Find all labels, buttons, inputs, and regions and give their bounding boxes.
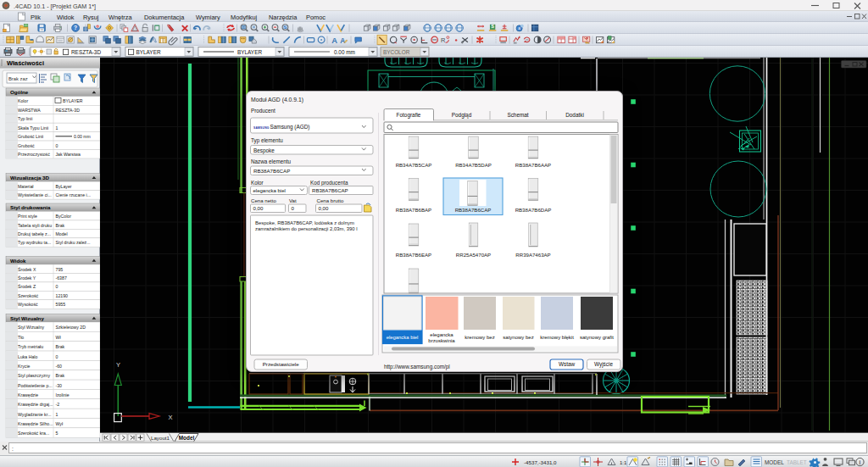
svg-text:RB38A7B6CAP: RB38A7B6CAP — [455, 207, 492, 213]
svg-text:Wysokość: Wysokość — [18, 302, 38, 307]
svg-text:Wstaw: Wstaw — [559, 361, 576, 367]
svg-text:Wł: Wł — [56, 335, 62, 340]
svg-text:Kolor: Kolor — [18, 98, 28, 103]
svg-text:Cena netto: Cena netto — [251, 197, 276, 203]
svg-text:satynowy grafit: satynowy grafit — [580, 335, 614, 340]
svg-text:i: i — [860, 459, 861, 465]
svg-text:-4537,-3431,0: -4537,-3431,0 — [524, 459, 557, 465]
svg-text:BYLAYER: BYLAYER — [136, 49, 161, 55]
svg-text:Środek X: Środek X — [18, 266, 36, 272]
svg-text:Cienie rzucane i...: Cienie rzucane i... — [56, 192, 92, 197]
svg-text:Cena brutto: Cena brutto — [317, 197, 344, 203]
svg-text:Moduł AGD (4.0.9.1): Moduł AGD (4.0.9.1) — [251, 97, 303, 103]
svg-text:Materiał: Materiał — [18, 184, 34, 189]
svg-text:Modyfikuj: Modyfikuj — [231, 14, 258, 21]
svg-text:ByColor: ByColor — [56, 214, 72, 219]
svg-text:RB38A7B6CAP: RB38A7B6CAP — [312, 187, 348, 193]
svg-text:Bespoke, RB38A7B6CAP, lodówka: Bespoke, RB38A7B6CAP, lodówka z dolnym — [255, 220, 354, 225]
svg-text:-6387: -6387 — [56, 275, 67, 281]
svg-text:Kolor: Kolor — [251, 180, 264, 186]
svg-text:Producent: Producent — [251, 108, 275, 114]
svg-text:Szerokość: Szerokość — [18, 293, 39, 298]
svg-text:Fotografie: Fotografie — [397, 112, 421, 119]
svg-text:Grubość: Grubość — [18, 143, 35, 148]
svg-text:Model: Model — [56, 231, 68, 236]
svg-text:http://www.samsung.com/pl: http://www.samsung.com/pl — [384, 364, 450, 370]
svg-text:0.00 mm: 0.00 mm — [74, 134, 91, 139]
svg-text:Y: Y — [116, 361, 120, 369]
svg-text:Samsung (AGD): Samsung (AGD) — [270, 124, 310, 131]
svg-text:.4CAD 10.1 - [Projekt GAM 1*]: .4CAD 10.1 - [Projekt GAM 1*] — [14, 3, 96, 10]
svg-text:Widok: Widok — [10, 258, 26, 264]
svg-text:RESZTA-3D: RESZTA-3D — [56, 108, 81, 113]
svg-text:Przedstawiciele: Przedstawiciele — [263, 361, 300, 367]
svg-text:Jak Warstwa: Jak Warstwa — [56, 152, 81, 157]
svg-text:Wyjście: Wyjście — [594, 361, 613, 368]
svg-text:elegancka biel: elegancka biel — [253, 188, 286, 193]
svg-text:?: ? — [74, 25, 77, 31]
svg-text:-60: -60 — [56, 364, 63, 369]
svg-text:Izolinie: Izolinie — [56, 392, 70, 398]
svg-text:BYCOLOR: BYCOLOR — [383, 49, 410, 55]
svg-text:satynowy bez: satynowy bez — [503, 335, 533, 340]
svg-text:Pomoc: Pomoc — [306, 14, 326, 21]
svg-text:Grubość Linii: Grubość Linii — [18, 134, 43, 139]
svg-text:RB38A7B6BAP: RB38A7B6BAP — [396, 207, 431, 213]
svg-text:Wizualizacja 3D: Wizualizacja 3D — [10, 175, 50, 181]
svg-text:MODEL: MODEL — [765, 459, 784, 465]
svg-text:RB38A7B6DAP: RB38A7B6DAP — [515, 207, 552, 213]
svg-text:A: A — [340, 36, 345, 45]
svg-text:elegancka biel: elegancka biel — [387, 335, 419, 340]
svg-text:Środek Y: Środek Y — [18, 275, 36, 281]
svg-text:12190: 12190 — [56, 293, 69, 298]
svg-text:Krawędzie Silho...: Krawędzie Silho... — [18, 421, 53, 426]
svg-text:TABLET: TABLET — [787, 459, 807, 465]
svg-text:1: 1 — [56, 412, 58, 417]
svg-text:RB38A7B6EAP: RB38A7B6EAP — [396, 252, 431, 258]
svg-text:Skala Typu Linii: Skala Typu Linii — [18, 125, 48, 131]
svg-text:RR39A7463AP: RR39A7463AP — [515, 252, 550, 258]
svg-text:kremowy błękit: kremowy błękit — [540, 335, 574, 340]
svg-text:Brak: Brak — [56, 344, 65, 349]
svg-text:Print style: Print style — [18, 214, 37, 219]
svg-text:zamrażalnikiem do personalizac: zamrażalnikiem do personalizacji 2,03m, … — [255, 226, 358, 231]
svg-text:Vat: Vat — [289, 197, 297, 203]
svg-text:0: 0 — [56, 354, 58, 359]
svg-text:Dodatki: Dodatki — [565, 112, 584, 118]
svg-text:R: R — [441, 36, 446, 44]
svg-text:Właściwości: Właściwości — [7, 59, 44, 67]
svg-text:0: 0 — [56, 284, 58, 289]
svg-text:Wnętrza: Wnętrza — [108, 14, 132, 21]
svg-text:Brak zaz: Brak zaz — [8, 76, 28, 81]
svg-text:Typ linii: Typ linii — [18, 116, 32, 121]
svg-text:Styl Wizualny: Styl Wizualny — [18, 325, 45, 330]
svg-text:Krawędzie: Krawędzie — [18, 392, 38, 398]
svg-text:1:1: 1:1 — [620, 460, 627, 465]
svg-text:Styl drukowania: Styl drukowania — [10, 204, 51, 210]
svg-text:Bespoke: Bespoke — [253, 147, 275, 154]
svg-text:-2: -2 — [56, 402, 60, 407]
svg-text:WARSTWA: WARSTWA — [18, 108, 41, 113]
svg-text:RB38A7B6CAP: RB38A7B6CAP — [253, 168, 290, 174]
svg-text:BYLAYER: BYLAYER — [63, 98, 83, 103]
svg-text:RR25A5470AP: RR25A5470AP — [456, 252, 491, 258]
svg-text:1: 1 — [56, 125, 58, 131]
svg-text:Środek Z: Środek Z — [18, 283, 36, 289]
svg-text:RESZTA-3D: RESZTA-3D — [71, 49, 101, 55]
svg-text:S: S — [491, 24, 494, 29]
svg-text:Podgląd: Podgląd — [452, 112, 472, 119]
svg-text:elegancka: elegancka — [430, 332, 453, 337]
svg-text:Styl druku zależ...: Styl druku zależ... — [56, 240, 91, 245]
svg-text:Ogólne: Ogólne — [10, 89, 29, 95]
svg-text:Krycie: Krycie — [18, 364, 31, 369]
svg-text:a: a — [518, 26, 520, 31]
svg-text:Schemat: Schemat — [507, 112, 528, 118]
svg-text:Szkieletowy 2D: Szkieletowy 2D — [56, 325, 86, 330]
svg-text:Przezroczystość: Przezroczystość — [18, 152, 50, 157]
svg-text:0.00 mm: 0.00 mm — [334, 49, 355, 55]
svg-text:Styl Wizualny: Styl Wizualny — [10, 315, 44, 321]
svg-text:Podświetlenie p...: Podświetlenie p... — [18, 383, 53, 388]
svg-text:RB34A7B5DAP: RB34A7B5DAP — [455, 162, 492, 168]
svg-text:5: 5 — [56, 431, 58, 436]
svg-text:RB34A7B5CAP: RB34A7B5CAP — [396, 162, 432, 168]
